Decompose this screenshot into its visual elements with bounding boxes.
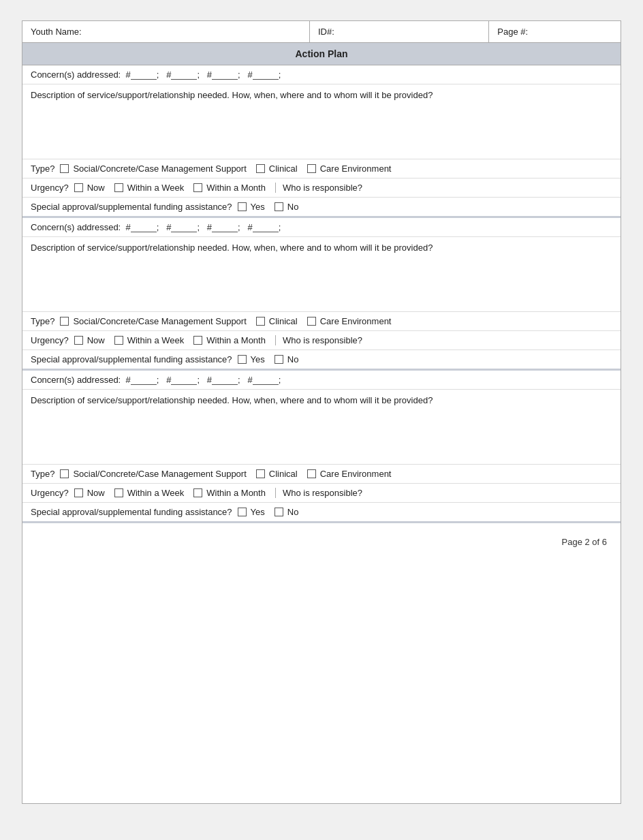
type-clinical-3[interactable]: Clinical (256, 469, 298, 479)
section-1: Concern(s) addressed: #; #; #; #; Descri… (22, 65, 621, 218)
description-row-2: Description of service/support/relations… (22, 237, 621, 312)
who-label-1: Who is responsible? (283, 183, 362, 193)
type-care-checkbox-3[interactable] (307, 469, 316, 478)
urgency-month-label-3: Within a Month (206, 488, 266, 498)
type-social-checkbox-2[interactable] (60, 317, 69, 326)
type-social-checkbox-1[interactable] (60, 164, 69, 173)
special-no-label-3: No (287, 507, 299, 517)
section-2: Concern(s) addressed: #; #; #; #; Descri… (22, 218, 621, 371)
special-yes-1[interactable]: Yes (238, 202, 265, 212)
special-yes-checkbox-3[interactable] (238, 508, 247, 516)
type-care-2[interactable]: Care Environment (307, 316, 392, 326)
type-social-3[interactable]: Social/Concrete/Case Management Support (60, 469, 246, 479)
urgency-week-checkbox-1[interactable] (114, 183, 123, 192)
urgency-month-label-1: Within a Month (206, 183, 266, 193)
urgency-week-checkbox-3[interactable] (114, 488, 123, 497)
id-label: ID#: (318, 27, 334, 37)
urgency-week-label-1: Within a Week (127, 183, 185, 193)
urgency-month-checkbox-2[interactable] (193, 336, 202, 345)
who-group-1: Who is responsible? (275, 183, 362, 193)
special-no-checkbox-3[interactable] (275, 508, 283, 516)
special-yes-checkbox-1[interactable] (238, 202, 247, 211)
type-care-label-2: Care Environment (320, 316, 392, 326)
urgency-label-2: Urgency? (31, 335, 69, 345)
urgency-now-3[interactable]: Now (74, 488, 105, 498)
section-3: Concern(s) addressed: #; #; #; #; Descri… (22, 371, 621, 523)
type-row-1: Type? Social/Concrete/Case Management Su… (22, 159, 621, 178)
special-yes-checkbox-2[interactable] (238, 355, 247, 364)
urgency-now-label-2: Now (87, 335, 105, 345)
urgency-week-3[interactable]: Within a Week (114, 488, 185, 498)
urgency-now-1[interactable]: Now (74, 183, 105, 193)
youth-name-label: Youth Name: (31, 27, 82, 37)
urgency-row-1: Urgency? Now Within a Week Within a Mont… (22, 178, 621, 198)
type-clinical-checkbox-2[interactable] (256, 317, 265, 326)
special-label-1: Special approval/supplemental funding as… (31, 202, 232, 212)
type-social-1[interactable]: Social/Concrete/Case Management Support (60, 164, 246, 174)
type-care-3[interactable]: Care Environment (307, 469, 392, 479)
special-row-3: Special approval/supplemental funding as… (22, 503, 621, 521)
type-clinical-checkbox-3[interactable] (256, 469, 265, 478)
urgency-month-3[interactable]: Within a Month (193, 488, 266, 498)
special-label-2: Special approval/supplemental funding as… (31, 354, 232, 364)
urgency-month-checkbox-3[interactable] (193, 488, 202, 497)
special-yes-label-1: Yes (251, 202, 265, 212)
description-row-1: Description of service/support/relations… (22, 84, 621, 159)
special-label-3: Special approval/supplemental funding as… (31, 507, 232, 517)
urgency-row-3: Urgency? Now Within a Week Within a Mont… (22, 484, 621, 503)
concerns-row-1: Concern(s) addressed: #; #; #; #; (22, 65, 621, 84)
special-row-2: Special approval/supplemental funding as… (22, 350, 621, 369)
special-no-3[interactable]: No (275, 507, 299, 517)
type-clinical-2[interactable]: Clinical (256, 316, 298, 326)
urgency-now-2[interactable]: Now (74, 335, 105, 345)
type-label-2: Type? (31, 316, 54, 326)
special-row-1: Special approval/supplemental funding as… (22, 198, 621, 216)
type-clinical-label-3: Clinical (269, 469, 298, 479)
who-group-3: Who is responsible? (275, 488, 362, 498)
concerns-row-3: Concern(s) addressed: #; #; #; #; (22, 371, 621, 390)
type-social-label-2: Social/Concrete/Case Management Support (73, 316, 246, 326)
page-label: Page #: (497, 27, 528, 37)
type-row-2: Type? Social/Concrete/Case Management Su… (22, 312, 621, 331)
special-yes-3[interactable]: Yes (238, 507, 265, 517)
special-no-checkbox-2[interactable] (275, 355, 283, 364)
type-care-checkbox-2[interactable] (307, 317, 316, 326)
description-row-3: Description of service/support/relations… (22, 390, 621, 465)
urgency-now-checkbox-3[interactable] (74, 488, 83, 497)
special-no-2[interactable]: No (275, 354, 299, 364)
page: Youth Name: ID#: Page #: Action Plan Con… (22, 20, 621, 804)
urgency-month-checkbox-1[interactable] (193, 183, 202, 192)
urgency-label-1: Urgency? (31, 183, 69, 193)
special-no-label-1: No (287, 202, 299, 212)
description-label-1: Description of service/support/relations… (31, 90, 433, 100)
special-yes-label-3: Yes (251, 507, 265, 517)
special-yes-2[interactable]: Yes (238, 354, 265, 364)
special-no-checkbox-1[interactable] (275, 202, 283, 211)
type-clinical-checkbox-1[interactable] (256, 164, 265, 173)
urgency-week-2[interactable]: Within a Week (114, 335, 185, 345)
type-social-checkbox-3[interactable] (60, 469, 69, 478)
type-clinical-1[interactable]: Clinical (256, 164, 298, 174)
type-care-1[interactable]: Care Environment (307, 164, 392, 174)
urgency-week-checkbox-2[interactable] (114, 336, 123, 345)
urgency-now-checkbox-1[interactable] (74, 183, 83, 192)
type-clinical-label-1: Clinical (269, 164, 298, 174)
urgency-week-1[interactable]: Within a Week (114, 183, 185, 193)
urgency-month-2[interactable]: Within a Month (193, 335, 266, 345)
special-no-1[interactable]: No (275, 202, 299, 212)
urgency-now-label-3: Now (87, 488, 105, 498)
type-social-label-1: Social/Concrete/Case Management Support (73, 164, 246, 174)
description-label-3: Description of service/support/relations… (31, 395, 433, 405)
urgency-month-1[interactable]: Within a Month (193, 183, 266, 193)
description-label-2: Description of service/support/relations… (31, 243, 433, 253)
type-care-checkbox-1[interactable] (307, 164, 316, 173)
type-row-3: Type? Social/Concrete/Case Management Su… (22, 465, 621, 484)
header-table: Youth Name: ID#: Page #: (22, 21, 621, 43)
type-clinical-label-2: Clinical (269, 316, 298, 326)
who-group-2: Who is responsible? (275, 335, 362, 345)
urgency-week-label-2: Within a Week (127, 335, 185, 345)
urgency-row-2: Urgency? Now Within a Week Within a Mont… (22, 331, 621, 350)
urgency-now-checkbox-2[interactable] (74, 336, 83, 345)
type-social-2[interactable]: Social/Concrete/Case Management Support (60, 316, 246, 326)
type-care-label-3: Care Environment (320, 469, 392, 479)
